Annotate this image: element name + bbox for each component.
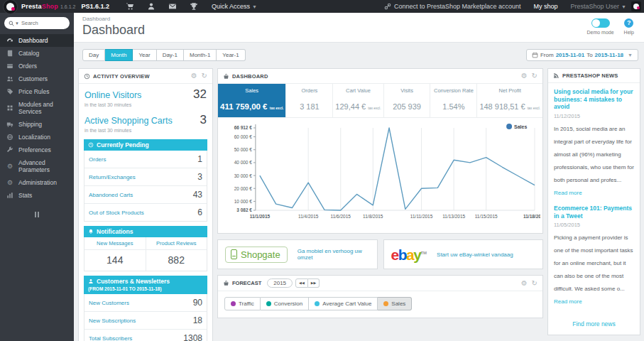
brand-version: 1.6.1.2	[60, 4, 75, 9]
sidebar-search[interactable]: ▼	[4, 17, 70, 29]
sidebar-item-customers[interactable]: Customers	[0, 72, 74, 85]
panel-settings-icon[interactable]: ⚙	[191, 72, 197, 80]
kpi-orders[interactable]: Orders 3 181	[286, 84, 333, 117]
topbar: PrestaShop 1.6.1.2 PS1.6.1.2 Quick Acces…	[0, 0, 644, 13]
sidebar-item-price-rules[interactable]: Price Rules	[0, 85, 74, 98]
pending-row-out-of-stock[interactable]: Out of Stock Products 6	[84, 204, 207, 221]
kpi-cart-value[interactable]: Cart Value 129,44 € tax excl.	[333, 84, 383, 117]
marketplace-link[interactable]: Connect to PrestaShop Marketplace accoun…	[384, 3, 521, 10]
forecast-panel: FORECAST 2015 ◀◀ ▶▶ ⚙↻ Traffic	[217, 275, 543, 318]
search-input[interactable]	[21, 20, 58, 26]
traffic-dot	[231, 301, 236, 306]
svg-text:11/13/2015: 11/13/2015	[442, 214, 465, 219]
sidebar-item-shipping[interactable]: Shipping	[0, 118, 74, 131]
read-more-link[interactable]: Read more	[554, 190, 582, 196]
sidebar-collapse-button[interactable]	[0, 212, 74, 217]
row-total-subscribers[interactable]: Total Subscribers 1308	[84, 330, 207, 341]
panel-refresh-icon[interactable]: ↻	[202, 72, 207, 80]
range-button-month-1[interactable]: Month-1	[184, 49, 217, 61]
active-carts-label[interactable]: Active Shopping Carts	[84, 117, 176, 126]
conversion-dot	[266, 301, 271, 306]
trophy-icon[interactable]	[190, 2, 198, 11]
search-scope-caret[interactable]: ▼	[15, 21, 19, 26]
new-messages-cell[interactable]: New Messages 144	[84, 237, 146, 271]
demo-mode-control: Demo mode	[586, 18, 613, 35]
link-icon	[384, 3, 391, 10]
range-button-year-1[interactable]: Year-1	[217, 49, 245, 61]
kpi-net-profit[interactable]: Net Profit 148 918,51 € tax excl.	[477, 84, 542, 117]
sidebar-item-administration[interactable]: ⚙ Administration	[0, 176, 74, 189]
kpi-sales[interactable]: Sales 411 759,00 € tax excl.	[218, 84, 286, 117]
series-button-sales[interactable]: Sales	[378, 297, 412, 310]
pending-row-returns[interactable]: Return/Exchanges 3	[84, 168, 207, 186]
tag-icon	[6, 88, 13, 95]
help-label: Help	[624, 30, 634, 35]
ebay-link[interactable]: Start uw eBay-winkel vandaag	[437, 251, 513, 258]
ebay-banner: ebayTM Start uw eBay-winkel vandaag	[383, 239, 544, 269]
online-visitors-value: 32	[193, 87, 207, 102]
forecast-next-button[interactable]: ▶▶	[308, 278, 320, 288]
activity-icon	[84, 73, 90, 80]
messages-icon[interactable]	[168, 2, 177, 11]
sidebar-item-localization[interactable]: Localization	[0, 131, 74, 144]
kpi-conversion-rate[interactable]: Conversion Rate 1.54%	[430, 84, 477, 117]
online-visitors-label[interactable]: Online Visitors	[84, 91, 176, 101]
product-reviews-cell[interactable]: Product Reviews 882	[146, 237, 207, 271]
pending-row-orders[interactable]: Orders 1	[84, 151, 207, 168]
row-new-customers[interactable]: New Customers 90	[84, 294, 207, 312]
date-range-picker[interactable]: From 2015-11-01 To 2015-11-18 ▼	[526, 49, 638, 61]
article-title[interactable]: Ecommerce 101: Payments in a Tweet	[554, 205, 634, 220]
article-title[interactable]: Using social media for your business: 4 …	[554, 88, 634, 111]
panel-settings-icon[interactable]: ⚙	[521, 280, 528, 287]
forecast-prev-button[interactable]: ◀◀	[295, 278, 308, 288]
range-button-year[interactable]: Year	[133, 49, 156, 61]
user-icon	[88, 278, 94, 284]
ebay-logo: ebayTM	[391, 247, 427, 262]
phone-icon	[231, 249, 237, 259]
prestashop-logo[interactable]	[3, 0, 18, 14]
demo-mode-toggle[interactable]	[591, 18, 610, 28]
find-more-news-link[interactable]: Find more news	[548, 316, 640, 335]
basket-icon	[223, 280, 229, 286]
panel-title: PRESTASHOP NEWS	[562, 72, 618, 79]
sidebar-item-preferences[interactable]: Preferences	[0, 144, 74, 156]
panel-title: FORECAST	[232, 280, 261, 286]
sidebar-item-orders[interactable]: Orders	[0, 60, 74, 72]
series-button-average-cart-value[interactable]: Average Cart Value	[309, 297, 378, 310]
panel-settings-icon[interactable]: ⚙	[521, 72, 528, 80]
range-button-day[interactable]: Day	[82, 49, 105, 61]
user-menu[interactable]: PrestaShop User▼	[571, 3, 626, 10]
quick-access-menu[interactable]: Quick Access▼	[212, 3, 257, 10]
sidebar-item-stats[interactable]: Stats	[0, 189, 74, 202]
currently-pending-header: Currently Pending	[84, 139, 207, 151]
sidebar-item-dashboard[interactable]: Dashboard	[0, 34, 74, 47]
help-icon[interactable]: ?	[624, 18, 633, 28]
panel-refresh-icon[interactable]: ↻	[532, 280, 537, 287]
kpi-visits[interactable]: Visits 205 939	[384, 84, 431, 117]
row-new-subscriptions[interactable]: New Subscriptions 18	[84, 312, 207, 330]
cart-icon[interactable]	[126, 2, 134, 11]
user-avatar[interactable]	[631, 1, 641, 11]
breadcrumb[interactable]: Dashboard	[82, 16, 145, 22]
customer-icon[interactable]	[147, 2, 155, 11]
sidebar: ▼ Dashboard Catalog Orders Customers Pri…	[0, 13, 74, 341]
book-icon	[6, 50, 13, 57]
svg-text:66 912 €: 66 912 €	[234, 125, 253, 130]
series-button-traffic[interactable]: Traffic	[224, 297, 261, 310]
svg-text:11/6/2015: 11/6/2015	[331, 214, 351, 219]
panel-refresh-icon[interactable]: ↻	[532, 72, 537, 80]
sidebar-item-advanced-parameters[interactable]: ⚙ Advanced Parameters	[0, 156, 74, 176]
panel-title: ACTIVITY OVERVIEW	[93, 73, 150, 80]
article-excerpt: Picking a payment provider is one of the…	[554, 234, 633, 292]
shopgate-link[interactable]: Ga mobiel en verhoog uw omzet	[298, 248, 370, 261]
svg-text:11/4/2015: 11/4/2015	[298, 214, 319, 219]
read-more-link[interactable]: Read more	[554, 298, 582, 305]
sidebar-item-catalog[interactable]: Catalog	[0, 47, 74, 60]
range-button-day-1[interactable]: Day-1	[157, 49, 184, 61]
sidebar-item-modules[interactable]: Modules and Services	[0, 98, 74, 118]
series-button-conversion[interactable]: Conversion	[261, 297, 309, 310]
range-button-month[interactable]: Month	[105, 49, 133, 61]
svg-text:11/11/2015: 11/11/2015	[410, 214, 433, 219]
my-shop-link[interactable]: My shop	[534, 3, 558, 10]
pending-row-abandoned-carts[interactable]: Abandoned Carts 43	[84, 186, 207, 204]
